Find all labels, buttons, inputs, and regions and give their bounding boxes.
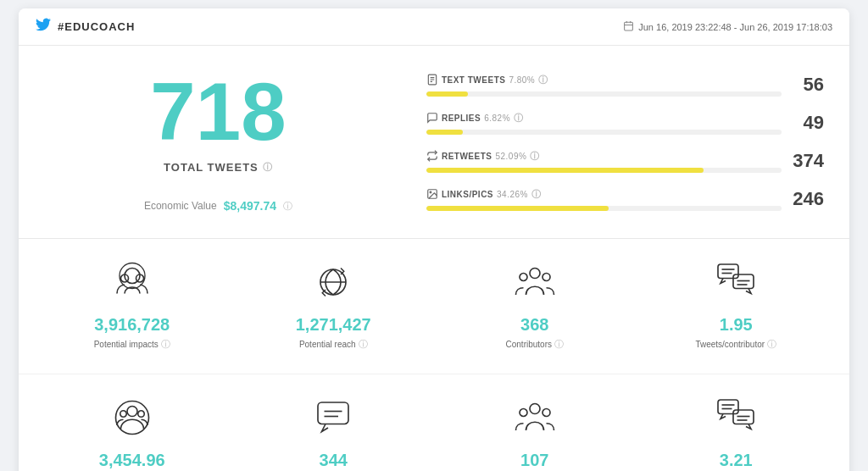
- tweet-type-info-icon[interactable]: ⓘ: [530, 150, 540, 163]
- stat-item: 3,454.96 Followers/contributor ⓘ: [36, 387, 229, 471]
- header-left: #EDUCOACH: [36, 17, 135, 36]
- tweet-type-row: TEXT TWEETS 7.80% ⓘ 56: [426, 74, 824, 97]
- stat-item: 368 Contributors ⓘ: [438, 252, 632, 361]
- tweet-type-info: TEXT TWEETS 7.80% ⓘ: [426, 74, 782, 97]
- stat-item: 344 Original tweets ⓘ: [237, 387, 431, 471]
- header: #EDUCOACH Jun 16, 2019 23:22:48 - Jun 26…: [19, 8, 849, 46]
- tweet-type-count: 49: [790, 112, 824, 134]
- svg-point-13: [120, 263, 145, 289]
- tweet-type-bar-bg: [426, 206, 782, 211]
- stat-label: Potential impacts ⓘ: [94, 338, 170, 351]
- tweet-type-bar-bg: [426, 91, 782, 97]
- svg-point-17: [542, 274, 550, 281]
- stat-info-icon[interactable]: ⓘ: [161, 338, 170, 351]
- tweet-type-bar-fill: [426, 206, 609, 211]
- economic-amount: $8,497.74: [224, 199, 276, 213]
- tweet-type-pct: 7.80%: [509, 75, 535, 85]
- total-tweets-info-icon[interactable]: ⓘ: [263, 161, 273, 174]
- tweet-type-name: REPLIES: [442, 114, 481, 123]
- stat-label: Tweets/contributor ⓘ: [695, 338, 776, 351]
- stat-value: 1.95: [720, 315, 753, 335]
- stat-icon-speech-multi2: [715, 397, 756, 444]
- right-panel: TEXT TWEETS 7.80% ⓘ 56 REPLIES 6.82% ⓘ 4…: [418, 63, 832, 221]
- svg-point-15: [530, 269, 540, 279]
- stat-info-icon[interactable]: ⓘ: [767, 338, 776, 351]
- stat-value: 107: [520, 451, 548, 470]
- economic-value-row: Economic Value $8,497.74 ⓘ: [144, 199, 292, 213]
- stat-icon-people-group: [515, 262, 555, 308]
- stats-grid-row1: 3,916,728 Potential impacts ⓘ 1,271,427 …: [19, 239, 849, 374]
- total-tweets-number: 718: [150, 71, 286, 152]
- tweet-type-pct: 52.09%: [495, 152, 526, 161]
- svg-rect-28: [318, 402, 348, 424]
- stat-item: 3.21 Original tweets/contributors ⓘ: [640, 387, 833, 471]
- stat-icon-people-circle: [112, 397, 153, 444]
- tweet-type-info-icon[interactable]: ⓘ: [514, 112, 524, 125]
- tweet-type-label: TEXT TWEETS 7.80% ⓘ: [426, 74, 782, 87]
- tweet-type-pct: 6.82%: [484, 114, 510, 123]
- svg-point-26: [120, 411, 127, 418]
- tweet-type-bar-bg: [426, 168, 782, 173]
- tweet-type-icon: [426, 150, 438, 163]
- stat-value: 3.21: [720, 451, 753, 470]
- stat-value: 344: [320, 451, 348, 470]
- tweet-type-info-icon[interactable]: ⓘ: [531, 188, 542, 201]
- dashboard: #EDUCOACH Jun 16, 2019 23:22:48 - Jun 26…: [19, 8, 849, 471]
- tweet-type-row: REPLIES 6.82% ⓘ 49: [426, 112, 824, 135]
- stat-label: Potential reach ⓘ: [299, 338, 368, 351]
- tweet-type-info-icon[interactable]: ⓘ: [538, 74, 548, 86]
- tweet-type-row: LINKS/PICS 34.26% ⓘ 246: [426, 188, 824, 211]
- stat-icon-speech-single: [313, 397, 353, 444]
- stat-icon-people-group2: [515, 397, 555, 444]
- economic-label: Economic Value: [144, 200, 217, 212]
- tweet-type-bar-bg: [426, 130, 782, 135]
- tweet-type-count: 56: [790, 74, 824, 96]
- svg-rect-0: [625, 22, 633, 30]
- tweet-type-icon: [426, 74, 438, 87]
- date-range-text: Jun 16, 2019 23:22:48 - Jun 26, 2019 17:…: [638, 22, 832, 32]
- tweet-type-row: RETWEETS 52.09% ⓘ 374: [426, 150, 824, 173]
- stat-value: 3,916,728: [94, 315, 170, 335]
- page-title: #EDUCOACH: [58, 20, 135, 33]
- svg-point-16: [520, 274, 527, 281]
- stat-info-icon[interactable]: ⓘ: [359, 338, 368, 351]
- economic-info-icon[interactable]: ⓘ: [283, 200, 292, 213]
- tweet-type-info: RETWEETS 52.09% ⓘ: [426, 150, 782, 173]
- tweet-type-icon: [426, 188, 438, 202]
- left-panel: 718 TOTAL TWEETS ⓘ Economic Value $8,497…: [36, 63, 401, 221]
- tweet-type-bar-fill: [426, 91, 468, 97]
- tweet-type-label: REPLIES 6.82% ⓘ: [426, 112, 782, 125]
- stat-value: 368: [520, 315, 548, 335]
- tweet-type-info: LINKS/PICS 34.26% ⓘ: [426, 188, 782, 211]
- tweet-type-name: RETWEETS: [442, 152, 492, 161]
- svg-rect-18: [718, 264, 738, 279]
- stat-icon-globe-arrows: [313, 262, 353, 308]
- tweet-type-count: 246: [790, 188, 824, 210]
- total-tweets-label: TOTAL TWEETS ⓘ: [164, 161, 273, 174]
- tweet-type-pct: 34.26%: [497, 190, 528, 199]
- stat-value: 1,271,427: [296, 315, 371, 335]
- calendar-icon: [623, 20, 634, 33]
- tweet-type-name: TEXT TWEETS: [442, 75, 506, 85]
- stat-item: 1.95 Tweets/contributor ⓘ: [640, 252, 833, 361]
- svg-rect-34: [718, 400, 738, 414]
- tweet-type-info: REPLIES 6.82% ⓘ: [426, 112, 782, 135]
- svg-point-9: [430, 191, 431, 193]
- tweet-type-bar-fill: [426, 130, 463, 135]
- tweet-type-icon: [426, 112, 438, 125]
- date-range: Jun 16, 2019 23:22:48 - Jun 26, 2019 17:…: [623, 20, 832, 33]
- svg-point-31: [530, 404, 540, 414]
- stat-label: Contributors ⓘ: [506, 338, 564, 351]
- stat-item: 3,916,728 Potential impacts ⓘ: [36, 252, 229, 361]
- svg-point-32: [520, 409, 527, 417]
- stat-item: 107 Original contributors ⓘ: [438, 387, 632, 471]
- tweet-type-label: RETWEETS 52.09% ⓘ: [426, 150, 782, 163]
- stat-value: 3,454.96: [99, 451, 165, 470]
- tweet-type-label: LINKS/PICS 34.26% ⓘ: [426, 188, 782, 202]
- stat-info-icon[interactable]: ⓘ: [554, 338, 564, 351]
- stat-icon-speech-multi: [715, 262, 756, 308]
- twitter-icon: [36, 17, 51, 36]
- stat-icon-globe-people: [112, 262, 153, 308]
- main-content: 718 TOTAL TWEETS ⓘ Economic Value $8,497…: [19, 46, 849, 239]
- tweet-type-count: 374: [790, 150, 824, 172]
